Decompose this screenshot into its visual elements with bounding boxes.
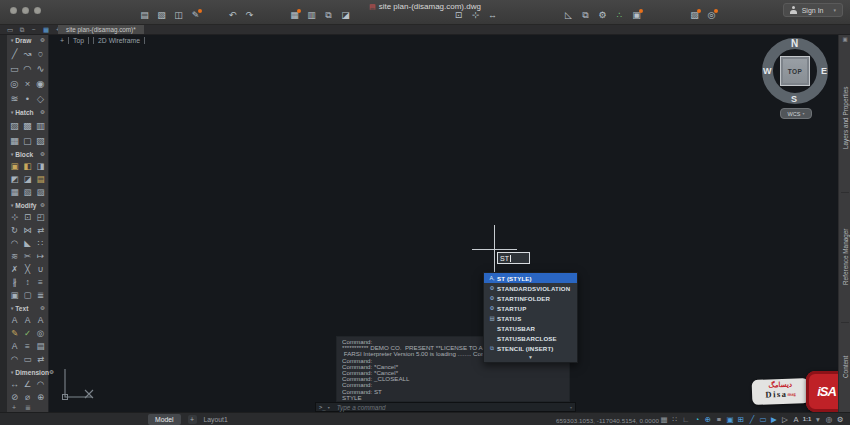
import-icon[interactable]: ⧉ [322, 9, 335, 22]
autocomplete-item[interactable]: ⚙STARTUP [484, 303, 577, 313]
measure-icon[interactable]: ◺ [562, 9, 575, 22]
edit-text-icon[interactable]: ✎ [8, 327, 21, 340]
palette-section-header-modify[interactable]: ▾Modify⚙ [7, 199, 48, 211]
panel-toggle-icon[interactable]: ▣ [839, 36, 850, 42]
chamfer-icon[interactable]: ◣ [21, 237, 34, 250]
tool-set-list-icon[interactable]: ≣ [25, 404, 31, 412]
viewcube-south[interactable]: S [791, 94, 797, 104]
autocomplete-item[interactable]: A,ST (STYLE) [484, 273, 577, 283]
diameter-dimension-icon[interactable]: ⊘ [8, 391, 21, 404]
annotation-visibility-icon[interactable]: ▶ [769, 414, 779, 425]
circle-icon[interactable]: ○ [34, 46, 47, 61]
rotate-icon[interactable]: ↻ [8, 224, 21, 237]
boundary-icon[interactable]: ▥ [34, 118, 47, 133]
wipeout-icon[interactable]: ▢ [21, 133, 34, 148]
attach-reference-icon[interactable]: ▦ [8, 186, 21, 199]
snap-grid-icon[interactable]: ⊞ [736, 414, 746, 425]
plot-icon[interactable]: ▦ [288, 9, 301, 22]
palette-section-header-dimension[interactable]: ▾Dimension⚙ [7, 366, 48, 378]
annotation-scale-person-icon[interactable]: A [791, 414, 801, 425]
redo-icon[interactable]: ↷ [243, 9, 256, 22]
mirror-icon[interactable]: ⋈ [21, 224, 34, 237]
overflow-icon[interactable]: − [28, 26, 40, 33]
convert-text-icon[interactable]: ⇄ [34, 353, 47, 366]
polar-tracking-icon[interactable]: ◔ [692, 414, 702, 425]
grid-display-icon[interactable]: ▦ [659, 414, 669, 425]
object-snap-icon[interactable]: ⊕ [703, 414, 713, 425]
justify-text-icon[interactable]: ≡ [21, 340, 34, 353]
section-settings-icon[interactable]: ⚙ [40, 202, 45, 208]
wcs-menu[interactable]: WCS ▾ [780, 108, 812, 119]
trim-icon[interactable]: ✂ [21, 250, 34, 263]
hatch-icon[interactable]: ▨ [8, 118, 21, 133]
viewcube-west[interactable]: W [763, 66, 772, 76]
insert-block-icon[interactable]: ▣ [8, 160, 21, 173]
open-file-icon[interactable]: ▧ [155, 9, 168, 22]
ortho-mode-icon[interactable]: ∟ [681, 414, 691, 425]
join-icon[interactable]: ∪ [34, 263, 47, 276]
annotation-scale-icon[interactable]: 1:1 [802, 414, 812, 425]
create-block-icon[interactable]: ◧ [21, 160, 34, 173]
save-as-icon[interactable]: ✎ [189, 9, 202, 22]
single-line-text-icon[interactable]: A [8, 314, 21, 327]
gradient-icon[interactable]: ▩ [21, 118, 34, 133]
command-finder-icon[interactable]: ◎ [705, 9, 718, 22]
model-tab[interactable]: Model [148, 414, 181, 425]
ellipse-icon[interactable]: ◎ [8, 76, 21, 91]
autocomplete-item[interactable]: ⚙STARTINFOLDER [484, 293, 577, 303]
viewcube-east[interactable]: E [821, 66, 827, 76]
new-file-icon[interactable]: ▤ [138, 9, 151, 22]
radius-dimension-icon[interactable]: ⌀ [21, 391, 34, 404]
panel-tab-reference-manager[interactable]: Reference Manager [839, 196, 850, 318]
chevron-down-icon[interactable]: ▾ [328, 405, 330, 410]
spell-check-icon[interactable]: ✓ [21, 327, 34, 340]
share-icon[interactable]: ∴ [613, 9, 626, 22]
viewcube-north[interactable]: N [791, 38, 798, 49]
orbit-icon[interactable]: ↔ [486, 9, 499, 22]
section-settings-icon[interactable]: ⚙ [40, 305, 45, 311]
center-mark-icon[interactable]: ⊕ [34, 391, 47, 404]
point-icon[interactable]: • [21, 91, 34, 106]
arc-length-dimension-icon[interactable]: ◠ [34, 378, 47, 391]
pan-icon[interactable]: ⊹ [469, 9, 482, 22]
palette-section-header-text[interactable]: ▾Text⚙ [7, 302, 48, 314]
write-block-icon[interactable]: ◩ [8, 173, 21, 186]
customize-icon[interactable]: ⚙ [835, 414, 845, 425]
auto-annotation-scale-icon[interactable]: ▷ [780, 414, 790, 425]
panel-tab-content[interactable]: Content [839, 326, 850, 408]
viewcube-top-face[interactable]: TOP [780, 56, 810, 86]
scale-icon[interactable]: ◰ [34, 211, 47, 224]
snap-mode-icon[interactable]: ∷ [670, 414, 680, 425]
paste-icon[interactable]: ⧉ [579, 9, 592, 22]
erase-icon[interactable]: ✗ [8, 263, 21, 276]
content-palettes-icon[interactable]: ▨ [688, 9, 701, 22]
linear-dimension-icon[interactable]: ↔ [8, 378, 21, 391]
new-layout-button[interactable]: + [188, 415, 197, 424]
export-icon[interactable]: ◪ [339, 9, 352, 22]
layout1-tab[interactable]: Layout1 [204, 416, 228, 423]
viewport-view-control[interactable]: Top [68, 37, 89, 44]
scale-text-icon[interactable]: A [8, 340, 21, 353]
angular-dimension-icon[interactable]: ∠ [21, 378, 34, 391]
dynamic-input-icon[interactable]: ≡ [714, 414, 724, 425]
drawing-tab-active[interactable]: site plan-(disamag.com)* [58, 25, 144, 34]
edit-attribute-icon[interactable]: ▤ [34, 173, 47, 186]
purge-icon[interactable]: ▨ [34, 186, 47, 199]
block-editor-icon[interactable]: ◨ [34, 160, 47, 173]
section-settings-icon[interactable]: ⚙ [40, 37, 45, 43]
viewport-controls[interactable]: + Top 2D Wireframe [60, 37, 145, 44]
explode-icon[interactable]: ╳ [21, 263, 34, 276]
thumbnail-view-icon[interactable]: ▦ [40, 26, 52, 34]
viewport-layout-icon[interactable]: ▭ [4, 26, 16, 34]
align-icon[interactable]: ≡ [34, 276, 47, 289]
solid-fill-icon[interactable]: ▧ [34, 133, 47, 148]
palette-section-header-hatch[interactable]: ▾Hatch⚙ [7, 106, 48, 118]
break-icon[interactable]: ∦ [8, 276, 21, 289]
section-settings-icon[interactable]: ⚙ [40, 109, 45, 115]
line-icon[interactable]: ╱ [8, 46, 21, 61]
resize-caret-icon[interactable]: ▾ [570, 405, 572, 410]
section-settings-icon[interactable]: ⚙ [40, 151, 45, 157]
hardware-acceleration-icon[interactable]: ▭ [758, 414, 768, 425]
move-icon[interactable]: ⊹ [8, 211, 21, 224]
autocomplete-item[interactable]: ⧉STENCIL (INSERT) [484, 343, 577, 353]
